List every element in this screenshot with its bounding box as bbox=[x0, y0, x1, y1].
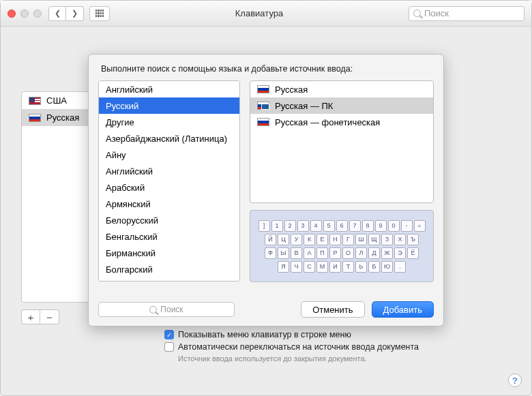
remove-source-button[interactable]: − bbox=[40, 309, 59, 324]
keyboard-preview: ]1234567890-=ЙЦУКЕНГШЩЗХЪФЫВАПРОЛДЖЭЁЯЧС… bbox=[250, 210, 434, 282]
key: 5 bbox=[323, 220, 335, 232]
key: Н bbox=[329, 234, 341, 245]
key: 2 bbox=[284, 220, 296, 232]
key: 8 bbox=[362, 220, 374, 232]
language-row[interactable]: Армянский bbox=[99, 196, 239, 212]
key: П bbox=[316, 247, 328, 259]
key: Д bbox=[368, 247, 380, 259]
key: Р bbox=[329, 247, 341, 259]
key: Ж bbox=[381, 247, 393, 259]
flag-us-icon bbox=[29, 97, 41, 105]
key: 1 bbox=[271, 220, 283, 232]
key: Ъ bbox=[407, 234, 419, 245]
sidebar-item-label: Русская bbox=[46, 112, 79, 123]
language-row[interactable]: Русский bbox=[99, 97, 239, 114]
key: 6 bbox=[336, 220, 348, 232]
key: О bbox=[342, 247, 354, 259]
options-area: ✓ Показывать меню клавиатур в строке мен… bbox=[164, 330, 419, 363]
key: . bbox=[394, 261, 406, 273]
layout-list[interactable]: РусскаяРусская — ПКРусская — фонетическа… bbox=[250, 80, 434, 203]
key: Е bbox=[316, 234, 328, 245]
checkbox-icon[interactable] bbox=[164, 342, 174, 352]
flag-ru-icon bbox=[29, 114, 41, 122]
language-row[interactable]: Арабский bbox=[99, 179, 239, 196]
window-title: Клавиатура bbox=[110, 8, 409, 18]
key: В bbox=[291, 247, 302, 259]
language-row[interactable]: Английский bbox=[99, 81, 239, 97]
add-remove-buttons: + − bbox=[21, 309, 59, 324]
key: З bbox=[381, 234, 393, 245]
auto-switch-checkbox-row[interactable]: Автоматически переключаться на источник … bbox=[164, 342, 419, 352]
key: К bbox=[304, 234, 315, 245]
show-menu-label: Показывать меню клавиатур в строке меню bbox=[178, 330, 351, 339]
sidebar-item-label: США bbox=[46, 95, 67, 106]
language-row[interactable]: Другие bbox=[99, 114, 239, 130]
forward-button[interactable]: ❯ bbox=[66, 6, 84, 21]
flag-ru-icon bbox=[257, 118, 269, 126]
flag-ru-pc-icon bbox=[257, 102, 269, 110]
titlebar: ❮ ❯ Клавиатура Поиск bbox=[1, 1, 531, 27]
flag-ru-icon bbox=[257, 85, 269, 93]
add-source-button[interactable]: + bbox=[21, 309, 40, 324]
language-row[interactable]: Айну bbox=[99, 147, 239, 163]
language-row[interactable]: Бирманский bbox=[99, 245, 239, 261]
key: = bbox=[414, 220, 426, 232]
search-icon bbox=[149, 306, 157, 314]
language-row[interactable]: Белорусский bbox=[99, 212, 239, 228]
help-button[interactable]: ? bbox=[508, 374, 522, 387]
key: Х bbox=[394, 234, 406, 245]
maximize-window-icon bbox=[33, 10, 42, 18]
checkbox-checked-icon[interactable]: ✓ bbox=[164, 330, 174, 339]
key: М bbox=[316, 261, 328, 273]
show-menu-checkbox-row[interactable]: ✓ Показывать меню клавиатур в строке мен… bbox=[164, 330, 419, 339]
key: И bbox=[329, 261, 341, 273]
add-input-source-sheet: Выполните поиск с помощью языка и добавь… bbox=[88, 54, 444, 326]
key: Я bbox=[278, 261, 289, 273]
layout-label: Русская — ПК bbox=[275, 101, 333, 111]
modal-search-placeholder: Поиск bbox=[160, 305, 183, 314]
key: Ю bbox=[381, 261, 393, 273]
add-button[interactable]: Добавить bbox=[372, 301, 434, 318]
modal-search-input[interactable]: Поиск bbox=[98, 302, 235, 317]
grid-icon bbox=[95, 10, 104, 18]
language-row[interactable]: Английский bbox=[99, 163, 239, 179]
language-row[interactable]: Азербайджанский (Латиница) bbox=[99, 130, 239, 147]
key: Й bbox=[265, 234, 276, 245]
layout-label: Русская — фонетическая bbox=[275, 117, 380, 127]
key: Ш bbox=[355, 234, 367, 245]
layout-label: Русская bbox=[275, 85, 308, 95]
key: - bbox=[401, 220, 413, 232]
key: Ь bbox=[355, 261, 367, 273]
key: Ч bbox=[291, 261, 302, 273]
key: Ё bbox=[407, 247, 419, 259]
show-all-button[interactable] bbox=[89, 6, 110, 21]
key: ] bbox=[258, 220, 270, 232]
key: Ф bbox=[265, 247, 276, 259]
search-input[interactable]: Поиск bbox=[409, 6, 524, 21]
keyboard-row: ЙЦУКЕНГШЩЗХЪ bbox=[265, 234, 419, 245]
key: Э bbox=[394, 247, 406, 259]
key: Г bbox=[342, 234, 354, 245]
layout-row[interactable]: Русская — фонетическая bbox=[250, 114, 433, 130]
layout-row[interactable]: Русская — ПК bbox=[250, 97, 433, 114]
key: Ы bbox=[278, 247, 289, 259]
key: 7 bbox=[349, 220, 361, 232]
keyboard-row: ]1234567890-= bbox=[258, 220, 426, 232]
language-row[interactable]: Валлийский bbox=[99, 277, 239, 281]
auto-switch-label: Автоматически переключаться на источник … bbox=[178, 342, 419, 352]
back-button[interactable]: ❮ bbox=[48, 6, 66, 21]
nav-buttons: ❮ ❯ bbox=[48, 6, 84, 21]
cancel-button[interactable]: Отменить bbox=[301, 301, 364, 318]
language-row[interactable]: Бенгальский bbox=[99, 228, 239, 245]
language-list[interactable]: АнглийскийРусскийДругиеАзербайджанский (… bbox=[98, 80, 240, 281]
layout-row[interactable]: Русская bbox=[250, 81, 433, 97]
modal-prompt: Выполните поиск с помощью языка и добавь… bbox=[89, 55, 443, 80]
auto-switch-note: Источник ввода используется до закрытия … bbox=[178, 354, 419, 363]
language-row[interactable]: Болгарский bbox=[99, 261, 239, 277]
key: У bbox=[291, 234, 302, 245]
keyboard-row: ФЫВАПРОЛДЖЭЁ bbox=[265, 247, 419, 259]
key: Л bbox=[355, 247, 367, 259]
key: Б bbox=[368, 261, 380, 273]
key: А bbox=[304, 247, 315, 259]
close-window-icon[interactable] bbox=[8, 10, 16, 18]
